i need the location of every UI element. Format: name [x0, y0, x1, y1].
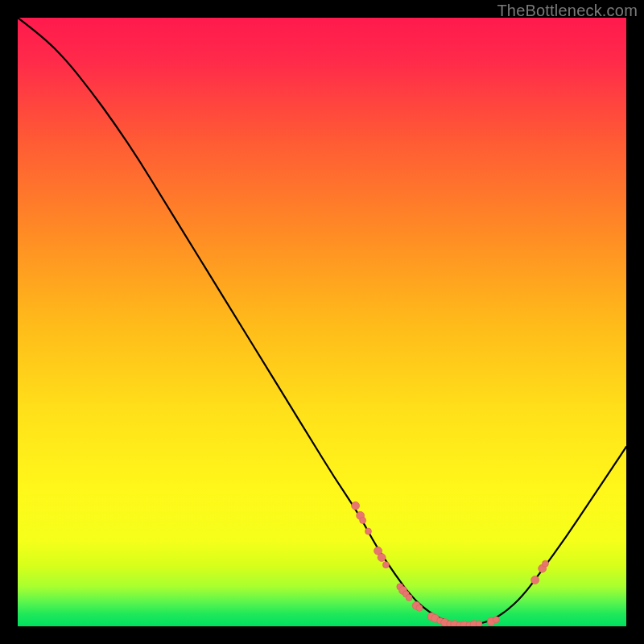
chart-svg: [18, 18, 626, 626]
data-marker: [382, 562, 389, 568]
data-marker: [352, 502, 360, 510]
gradient-background: [18, 18, 626, 626]
plot-area: [18, 18, 626, 626]
data-marker: [360, 517, 366, 523]
data-marker: [365, 528, 371, 535]
data-marker: [416, 605, 423, 611]
data-marker: [493, 617, 499, 623]
data-marker: [542, 560, 548, 567]
data-marker: [476, 621, 482, 626]
data-marker: [531, 576, 539, 584]
data-marker: [406, 594, 412, 601]
chart-frame: TheBottleneck.com: [0, 0, 644, 644]
data-marker: [378, 554, 386, 562]
